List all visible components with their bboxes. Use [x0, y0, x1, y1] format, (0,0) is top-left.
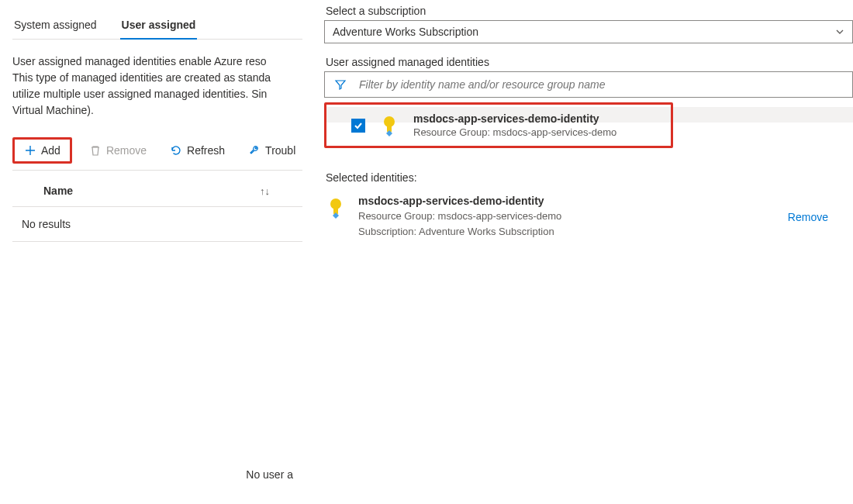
remove-identity-link[interactable]: Remove: [788, 211, 828, 223]
tab-user-assigned[interactable]: User assigned: [120, 12, 198, 39]
identity-toolbar: Add Remove Refresh Troubl: [12, 137, 302, 171]
remove-button-label: Remove: [106, 144, 147, 157]
troubleshoot-button-label: Troubl: [265, 144, 295, 157]
identity-filter-box: [324, 71, 853, 98]
empty-state-message: No user a: [0, 468, 302, 481]
identity-text: msdocs-app-services-demo-identity Resour…: [413, 112, 616, 138]
wrench-icon: [248, 144, 261, 157]
plus-icon: [24, 144, 36, 157]
filter-icon[interactable]: [325, 72, 356, 97]
description-line: User assigned managed identities enable …: [12, 54, 302, 70]
column-header-name[interactable]: Name: [43, 185, 73, 197]
selected-identity-row: msdocs-app-services-demo-identity Resour…: [324, 195, 853, 239]
trash-icon: [89, 144, 102, 157]
table-no-results: No results: [12, 207, 302, 242]
managed-identity-icon: [378, 114, 401, 137]
selected-identity-rg: Resource Group: msdocs-app-services-demo: [358, 209, 777, 224]
description-line: This type of managed identities are crea…: [12, 70, 302, 86]
identity-checkbox[interactable]: [351, 119, 365, 133]
chevron-down-icon: [835, 27, 844, 36]
identity-filter-input[interactable]: [356, 72, 852, 97]
identities-label: User assigned managed identities: [324, 56, 853, 68]
add-button-highlight: Add: [12, 137, 72, 164]
description-line: Virtual Machine).: [12, 102, 302, 119]
subscription-select[interactable]: Adventure Works Subscription: [324, 20, 853, 43]
identity-resource-group: Resource Group: msdocs-app-services-demo: [413, 126, 616, 138]
add-button[interactable]: Add: [18, 141, 67, 160]
identity-table-header: Name ↑↓: [12, 171, 302, 207]
identity-name: msdocs-app-services-demo-identity: [413, 112, 616, 125]
subscription-value: Adventure Works Subscription: [333, 26, 478, 38]
selected-identity-subscription: Subscription: Adventure Works Subscripti…: [358, 224, 777, 240]
add-identity-panel: Select a subscription Adventure Works Su…: [324, 0, 853, 504]
sort-icon[interactable]: ↑↓: [260, 185, 284, 197]
refresh-button-label: Refresh: [187, 144, 225, 157]
tab-system-assigned[interactable]: System assigned: [12, 12, 98, 39]
description-line: utilize multiple user assigned managed i…: [12, 86, 302, 102]
troubleshoot-button[interactable]: Troubl: [242, 141, 302, 160]
identity-highlight: msdocs-app-services-demo-identity Resour…: [324, 102, 673, 148]
remove-button: Remove: [83, 141, 153, 160]
selected-identity-name: msdocs-app-services-demo-identity: [358, 195, 777, 207]
subscription-label: Select a subscription: [324, 5, 853, 17]
selected-identities-section: Selected identities: msdocs-app-services…: [324, 171, 853, 239]
identity-left-panel: System assigned User assigned User assig…: [0, 0, 302, 504]
managed-identity-icon: [324, 196, 347, 219]
add-button-label: Add: [41, 144, 60, 157]
user-assigned-description: User assigned managed identities enable …: [12, 54, 302, 119]
selected-identities-title: Selected identities:: [324, 171, 853, 184]
identity-tabs: System assigned User assigned: [12, 12, 302, 40]
refresh-button[interactable]: Refresh: [164, 141, 231, 160]
refresh-icon: [170, 144, 182, 157]
